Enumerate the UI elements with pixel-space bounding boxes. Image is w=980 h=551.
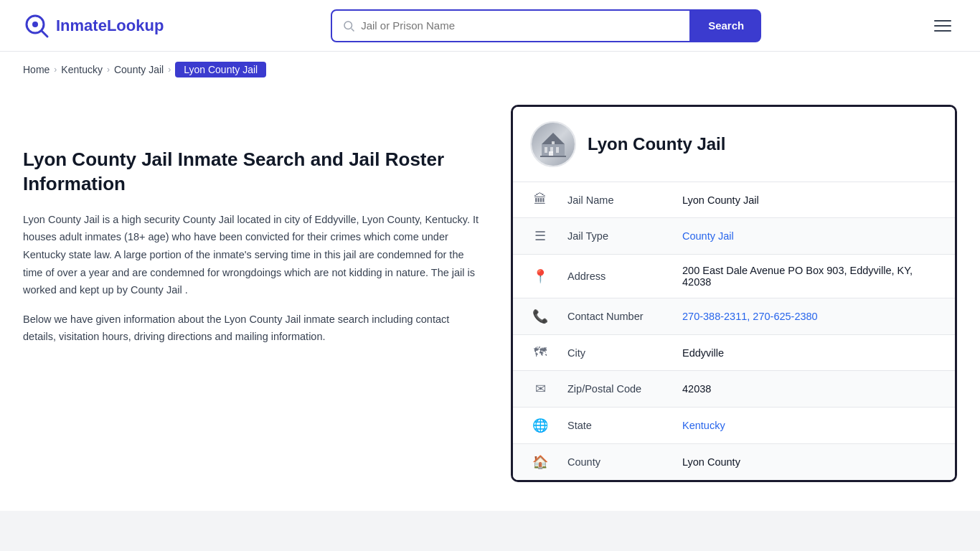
contact-label: Contact Number <box>550 298 665 335</box>
jail-type-icon: ☰ <box>534 228 546 244</box>
table-row-jail-name: 🏛 Jail Name Lyon County Jail <box>513 182 955 218</box>
info-card: Lyon County Jail 🏛 Jail Name Lyon County… <box>511 105 957 482</box>
jail-type-link[interactable]: County Jail <box>682 230 734 242</box>
jail-avatar-image <box>532 123 575 166</box>
footer-strip <box>0 511 980 551</box>
breadcrumb-home[interactable]: Home <box>23 64 50 75</box>
main-content: Lyon County Jail Inmate Search and Jail … <box>0 88 980 511</box>
hamburger-line-3 <box>934 30 951 32</box>
zip-icon: ✉ <box>535 381 546 397</box>
header: InmateLookup Search <box>0 0 980 52</box>
hamburger-line-2 <box>934 25 951 27</box>
jail-type-label: Jail Type <box>550 218 665 255</box>
breadcrumb: Home › Kentucky › County Jail › Lyon Cou… <box>0 52 980 88</box>
breadcrumb-kentucky[interactable]: Kentucky <box>61 64 103 75</box>
info-card-header: Lyon County Jail <box>513 107 955 182</box>
jail-name-label: Jail Name <box>550 182 665 218</box>
logo-link[interactable]: InmateLookup <box>23 12 164 39</box>
search-button[interactable]: Search <box>691 9 761 42</box>
table-row-address: 📍 Address 200 East Dale Avenue PO Box 90… <box>513 255 955 298</box>
svg-point-3 <box>344 22 352 29</box>
search-input[interactable] <box>361 19 679 32</box>
right-column: Lyon County Jail 🏛 Jail Name Lyon County… <box>511 105 957 482</box>
address-label: Address <box>550 255 665 298</box>
breadcrumb-active: Lyon County Jail <box>175 62 266 77</box>
county-value: Lyon County <box>665 444 955 481</box>
zip-label: Zip/Postal Code <box>550 371 665 408</box>
table-row-contact: 📞 Contact Number 270-388-2311, 270-625-2… <box>513 298 955 335</box>
page-description-2: Below we have given information about th… <box>23 311 482 346</box>
county-icon: 🏠 <box>532 454 548 470</box>
jail-type-value: County Jail <box>665 218 955 255</box>
svg-line-1 <box>42 31 47 37</box>
hamburger-line-1 <box>934 20 951 22</box>
city-value: Eddyville <box>665 335 955 371</box>
logo-text: InmateLookup <box>56 17 164 35</box>
contact-link[interactable]: 270-388-2311, 270-625-2380 <box>682 311 818 322</box>
left-column: Lyon County Jail Inmate Search and Jail … <box>23 105 482 482</box>
svg-point-2 <box>32 22 38 27</box>
info-card-title: Lyon County Jail <box>588 134 725 154</box>
state-value: Kentucky <box>665 408 955 444</box>
page-description-1: Lyon County Jail is a high security Coun… <box>23 211 482 299</box>
table-row-city: 🗺 City Eddyville <box>513 335 955 371</box>
jail-name-icon: 🏛 <box>534 192 547 207</box>
zip-value: 42038 <box>665 371 955 408</box>
address-value: 200 East Dale Avenue PO Box 903, Eddyvil… <box>665 255 955 298</box>
svg-rect-10 <box>549 151 553 156</box>
county-label: County <box>550 444 665 481</box>
table-row-county: 🏠 County Lyon County <box>513 444 955 481</box>
table-row-state: 🌐 State Kentucky <box>513 408 955 444</box>
search-icon <box>342 19 355 32</box>
svg-line-4 <box>352 28 354 31</box>
chevron-icon-2: › <box>107 65 110 75</box>
table-row-zip: ✉ Zip/Postal Code 42038 <box>513 371 955 408</box>
table-row-jail-type: ☰ Jail Type County Jail <box>513 218 955 255</box>
city-icon: 🗺 <box>534 345 547 360</box>
state-label: State <box>550 408 665 444</box>
search-input-wrapper <box>331 9 691 42</box>
logo-icon <box>23 12 50 39</box>
state-icon: 🌐 <box>532 418 548 433</box>
page-title: Lyon County Jail Inmate Search and Jail … <box>23 148 482 197</box>
contact-value: 270-388-2311, 270-625-2380 <box>665 298 955 335</box>
chevron-icon-3: › <box>168 65 171 75</box>
city-label: City <box>550 335 665 371</box>
breadcrumb-county-jail[interactable]: County Jail <box>114 64 164 75</box>
svg-rect-12 <box>552 141 555 144</box>
jail-name-value: Lyon County Jail <box>665 182 955 218</box>
svg-rect-8 <box>556 147 559 153</box>
address-icon: 📍 <box>532 268 548 284</box>
info-table: 🏛 Jail Name Lyon County Jail ☰ <box>513 182 955 480</box>
chevron-icon-1: › <box>54 65 57 75</box>
svg-rect-11 <box>540 156 566 157</box>
search-bar: Search <box>331 9 761 42</box>
menu-button[interactable] <box>928 14 957 37</box>
svg-rect-6 <box>545 147 547 153</box>
jail-avatar <box>530 121 576 167</box>
state-link[interactable]: Kentucky <box>682 420 725 431</box>
phone-icon: 📞 <box>532 309 548 324</box>
